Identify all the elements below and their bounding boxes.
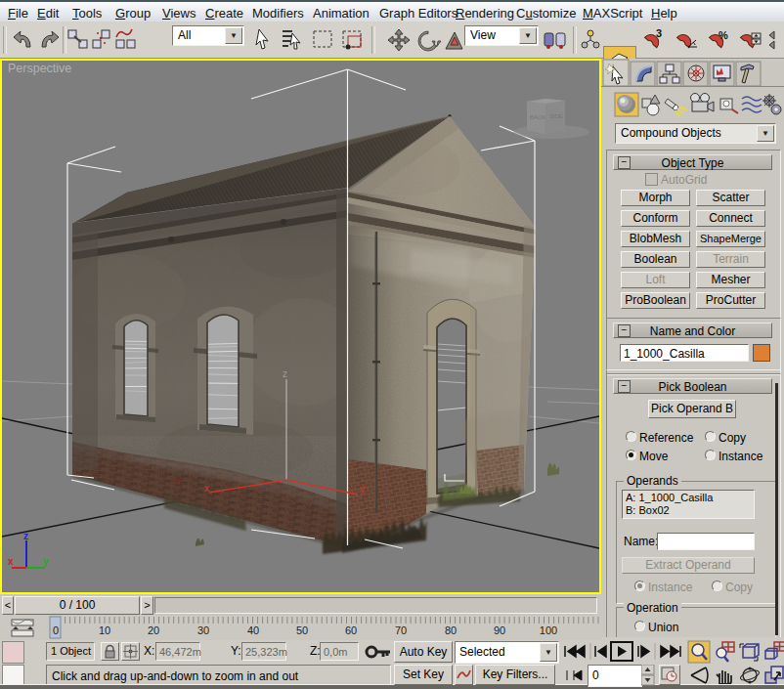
svg-text:y: y: [360, 484, 365, 495]
svg-text:SIDE: SIDE: [549, 113, 563, 119]
svg-text:z: z: [23, 531, 28, 541]
svg-text:x: x: [8, 556, 14, 567]
svg-text:z: z: [283, 368, 287, 379]
svg-text:BACK: BACK: [530, 114, 545, 120]
svg-text:3: 3: [656, 27, 662, 39]
svg-text:y: y: [43, 556, 49, 567]
svg-text:Perspective: Perspective: [8, 62, 71, 75]
svg-text:x: x: [204, 483, 209, 494]
svg-text:%: %: [719, 29, 728, 41]
